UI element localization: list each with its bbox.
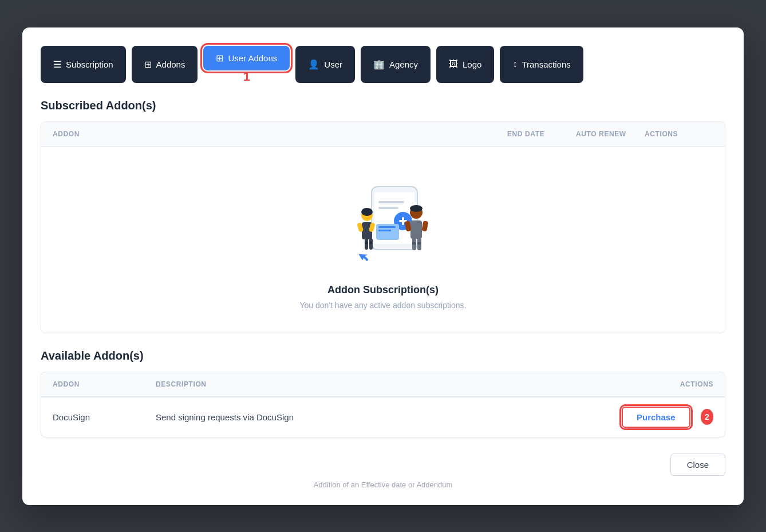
- svg-rect-3: [378, 207, 398, 209]
- agency-icon: 🏢: [373, 59, 385, 70]
- tab-user-addons-label: User Addons: [228, 53, 277, 63]
- tab-logo[interactable]: 🖼 Logo: [436, 46, 494, 83]
- close-button[interactable]: Close: [670, 454, 725, 476]
- col-actions: ACTIONS: [645, 130, 713, 138]
- available-table: ADDON DESCRIPTION ACTIONS DocuSign Send …: [41, 372, 725, 438]
- row-addon-name: DocuSign: [53, 412, 156, 422]
- svg-rect-2: [378, 201, 404, 203]
- tab-subscription-label: Subscription: [66, 60, 113, 69]
- subscribed-table-header: ADDON END DATE AUTO RENEW ACTIONS: [41, 122, 725, 147]
- svg-rect-6: [402, 217, 404, 225]
- avail-col-addon: ADDON: [53, 380, 156, 388]
- user-addons-icon: ⊞: [216, 53, 223, 64]
- tab-transactions-label: Transactions: [522, 60, 570, 69]
- empty-illustration: [337, 170, 429, 273]
- tab-transactions[interactable]: ↕ Transactions: [500, 46, 583, 83]
- subscribed-empty-state: Addon Subscription(s) You don't have any…: [41, 147, 725, 333]
- subscribed-section-title: Subscribed Addon(s): [41, 99, 725, 112]
- tab-logo-label: Logo: [463, 60, 481, 69]
- step2-badge: 2: [701, 409, 713, 425]
- tab-addons[interactable]: ⊞ Addons: [132, 46, 198, 83]
- col-addon: ADDON: [53, 130, 507, 138]
- svg-point-25: [410, 205, 423, 212]
- svg-rect-9: [378, 230, 391, 231]
- tab-bar: ☰ Subscription ⊞ Addons ⊞ User Addons 1 …: [41, 46, 725, 83]
- bottom-hint: Addition of an Effective date or Addendu…: [41, 480, 725, 489]
- table-row: DocuSign Send signing requests via DocuS…: [41, 397, 725, 437]
- svg-rect-15: [369, 242, 372, 244]
- svg-rect-23: [412, 242, 416, 245]
- tab-user-addons[interactable]: ⊞ User Addons: [203, 46, 290, 70]
- svg-rect-27: [421, 220, 428, 231]
- svg-rect-8: [378, 226, 396, 228]
- tab-agency[interactable]: 🏢 Agency: [361, 46, 431, 83]
- modal-overlay: ☰ Subscription ⊞ Addons ⊞ User Addons 1 …: [0, 0, 766, 532]
- footer-actions: Close: [41, 454, 725, 476]
- purchase-button[interactable]: Purchase: [622, 407, 690, 428]
- available-table-header: ADDON DESCRIPTION ACTIONS: [41, 372, 725, 397]
- avail-col-description: DESCRIPTION: [156, 380, 622, 388]
- user-icon: 👤: [308, 59, 319, 70]
- tab-user-label: User: [324, 60, 342, 69]
- subscribed-table: ADDON END DATE AUTO RENEW ACTIONS: [41, 121, 725, 333]
- transactions-icon: ↕: [512, 59, 517, 69]
- modal-dialog: ☰ Subscription ⊞ Addons ⊞ User Addons 1 …: [22, 27, 744, 505]
- avail-col-actions: ACTIONS: [622, 380, 713, 388]
- tab-addons-label: Addons: [156, 60, 185, 69]
- step1-badge: 1: [243, 70, 250, 83]
- svg-rect-20: [410, 220, 422, 239]
- subscription-icon: ☰: [53, 59, 61, 70]
- empty-title: Addon Subscription(s): [327, 284, 439, 296]
- tab-agency-label: Agency: [389, 60, 418, 69]
- col-end-date: END DATE: [507, 130, 576, 138]
- row-addon-description: Send signing requests via DocuSign: [156, 412, 622, 422]
- tab-user[interactable]: 👤 User: [295, 46, 355, 83]
- svg-rect-24: [417, 242, 421, 245]
- addons-icon: ⊞: [144, 59, 152, 70]
- svg-point-16: [361, 208, 373, 216]
- available-section-title: Available Addon(s): [41, 349, 725, 362]
- logo-icon: 🖼: [449, 59, 458, 69]
- col-auto-renew: AUTO RENEW: [576, 130, 645, 138]
- tab-subscription[interactable]: ☰ Subscription: [41, 46, 126, 83]
- empty-subtitle: You don't have any active addon subscrip…: [300, 301, 467, 310]
- svg-rect-14: [365, 242, 368, 244]
